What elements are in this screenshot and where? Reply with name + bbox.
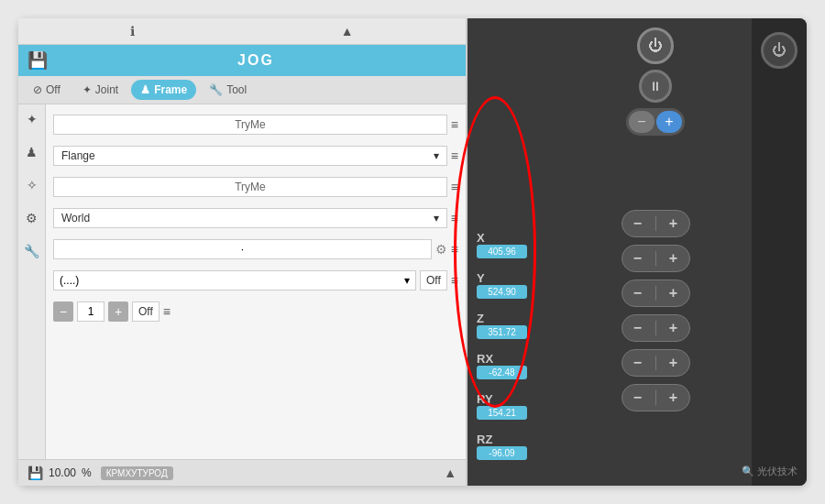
- dropdown-arrow-1: ▾: [434, 149, 439, 162]
- jog-pill-y: − +: [622, 245, 690, 272]
- frame-icon: ♟: [140, 83, 150, 96]
- tryme-label-2: TryMe: [53, 177, 447, 197]
- jog-row-x: − +: [622, 210, 690, 237]
- paren-arrow: ▾: [404, 274, 410, 287]
- axis-z-label: Z: [477, 312, 484, 325]
- jog-row-ry: − +: [622, 349, 690, 377]
- stepper-plus-btn[interactable]: +: [108, 301, 128, 322]
- menu-icon-4[interactable]: ≡: [451, 211, 458, 225]
- off-label-2: Off: [132, 301, 160, 322]
- axis-rx: RX -62.48: [477, 352, 559, 379]
- dropdown-arrow-2: ▾: [434, 212, 439, 225]
- percent-value: 10.00: [49, 466, 76, 479]
- side-icon-3[interactable]: ✧: [27, 178, 38, 192]
- menu-icon-2[interactable]: ≡: [451, 148, 458, 163]
- jog-z-plus[interactable]: +: [664, 283, 684, 303]
- side-icon-1[interactable]: ✦: [27, 112, 38, 126]
- form-row-6: (....) ▾ Off ≡: [53, 268, 458, 293]
- flange-dropdown[interactable]: Flange ▾: [53, 146, 447, 166]
- axis-y-value: 524.90: [477, 285, 527, 299]
- dot-field: ·: [53, 239, 432, 259]
- pause-button[interactable]: ⏸: [639, 70, 672, 103]
- jog-y-plus[interactable]: +: [664, 248, 684, 268]
- form-area: TryMe ≡ Flange ▾ ≡ TryMe: [46, 104, 466, 459]
- bottom-bar: 💾 10.00 % КРМХУТУРОД ▲: [18, 459, 466, 486]
- jog-pill-rx: − +: [622, 314, 690, 342]
- speed-label[interactable]: КРМХУТУРОД: [101, 466, 173, 480]
- save-icon[interactable]: 💾: [28, 50, 48, 71]
- jog-row-y: − +: [622, 245, 690, 272]
- side-icon-4[interactable]: ⚙: [26, 211, 38, 225]
- left-panel: ℹ ▲ 💾 JOG ⊘ Off ✦ Joint ♟ Frame 🔧 T: [18, 18, 468, 486]
- tab-frame[interactable]: ♟ Frame: [131, 80, 196, 100]
- far-right-panel: ⏻: [752, 18, 807, 486]
- jog-rz-minus[interactable]: −: [628, 388, 648, 408]
- axis-ry-value: 154.21: [477, 406, 527, 420]
- tool-icon: 🔧: [209, 83, 223, 96]
- jog-row-rx: − +: [622, 314, 690, 342]
- axis-y: Y 524.90: [477, 271, 559, 299]
- jog-rx-minus[interactable]: −: [628, 318, 648, 338]
- gear-icon[interactable]: ⚙: [435, 242, 447, 257]
- stepper-value: 1: [77, 301, 104, 322]
- side-icon-5[interactable]: 🔧: [24, 244, 39, 258]
- form-row-1: TryMe ≡: [53, 112, 458, 137]
- jog-rx-plus[interactable]: +: [664, 318, 684, 338]
- form-row-2: Flange ▾ ≡: [53, 143, 458, 169]
- speed-toggle: − +: [626, 108, 685, 136]
- jog-ry-minus[interactable]: −: [628, 353, 648, 373]
- jog-pill-ry: − +: [622, 349, 690, 377]
- axis-z: Z 351.72: [477, 312, 559, 339]
- side-icons: ✦ ♟ ✧ ⚙ 🔧: [18, 104, 46, 459]
- axis-rx-value: -62.48: [477, 366, 527, 379]
- axis-x-label: X: [477, 231, 485, 245]
- jog-buttons-area: − + − + − +: [622, 145, 690, 477]
- jog-y-minus[interactable]: −: [628, 248, 648, 268]
- jog-rz-plus[interactable]: +: [664, 388, 684, 408]
- world-dropdown[interactable]: World ▾: [53, 208, 447, 228]
- axis-rz: RZ -96.09: [477, 433, 559, 460]
- top-controls: ⏻ ⏸ − +: [626, 27, 685, 139]
- menu-icon-5[interactable]: ≡: [451, 242, 458, 257]
- jog-ry-plus[interactable]: +: [664, 353, 684, 373]
- jog-mode-icon: ▲: [341, 24, 354, 38]
- percent-symbol: %: [82, 466, 92, 479]
- jog-x-minus[interactable]: −: [628, 214, 648, 234]
- bottom-right-icon[interactable]: ▲: [444, 466, 456, 480]
- paren-dropdown[interactable]: (....) ▾: [53, 270, 416, 290]
- stepper-minus-btn[interactable]: −: [53, 301, 73, 322]
- form-row-4: World ▾ ≡: [53, 205, 458, 231]
- joint-icon: ✦: [82, 83, 92, 96]
- far-power-button[interactable]: ⏻: [761, 32, 798, 69]
- menu-icon-6[interactable]: ≡: [451, 273, 458, 288]
- off-icon: ⊘: [33, 83, 42, 96]
- tab-tool[interactable]: 🔧 Tool: [200, 80, 256, 100]
- side-icon-2[interactable]: ♟: [26, 145, 38, 159]
- jog-title: JOG: [55, 52, 456, 69]
- content-area: ✦ ♟ ✧ ⚙ 🔧 TryMe ≡ Flange: [18, 104, 466, 459]
- tab-joint[interactable]: ✦ Joint: [73, 80, 127, 100]
- axis-rx-label: RX: [477, 352, 493, 366]
- control-section: ⏻ ⏸ − + − + −: [559, 18, 752, 486]
- tab-bar: ⊘ Off ✦ Joint ♟ Frame 🔧 Tool: [18, 76, 466, 104]
- menu-icon-3[interactable]: ≡: [451, 180, 458, 194]
- speed-minus-btn[interactable]: −: [629, 111, 654, 133]
- off-label-1: Off: [420, 270, 447, 290]
- power-button[interactable]: ⏻: [637, 27, 674, 64]
- menu-icon-1[interactable]: ≡: [451, 117, 458, 132]
- axis-x-value: 405.96: [477, 245, 527, 258]
- speed-plus-btn[interactable]: +: [656, 111, 682, 133]
- axis-x: X 405.96: [477, 231, 559, 258]
- menu-icon-7[interactable]: ≡: [163, 304, 170, 319]
- jog-x-plus[interactable]: +: [664, 214, 684, 234]
- axis-rz-label: RZ: [477, 433, 492, 446]
- axis-z-value: 351.72: [477, 325, 527, 339]
- jog-z-minus[interactable]: −: [628, 283, 648, 303]
- jog-pill-rz: − +: [622, 384, 690, 411]
- tab-off[interactable]: ⊘ Off: [24, 80, 70, 100]
- right-panel: X 405.96 Y 524.90 Z 351.72 RX -62.48 RY …: [468, 18, 807, 486]
- tryme-label-1: TryMe: [53, 115, 447, 135]
- bottom-save-icon[interactable]: 💾: [28, 466, 43, 480]
- info-icon: ℹ: [130, 24, 135, 38]
- form-row-5: · ⚙ ≡: [53, 236, 458, 262]
